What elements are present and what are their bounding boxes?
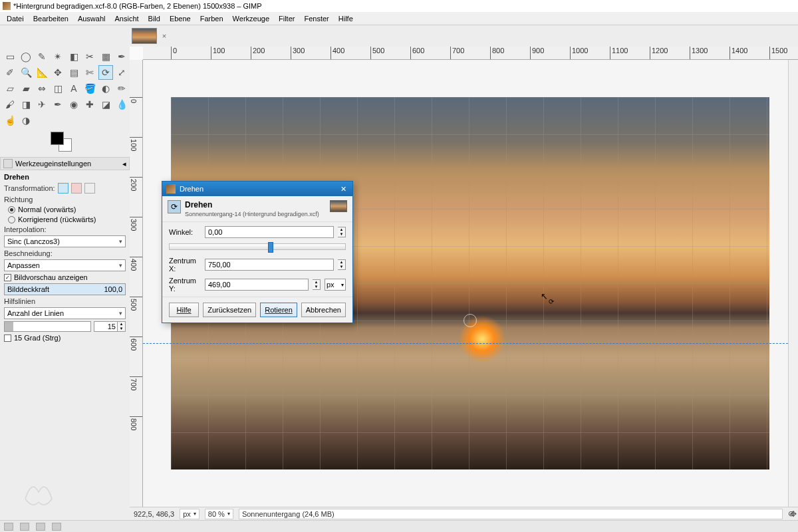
airbrush-tool-icon[interactable]: ✈ <box>35 97 49 112</box>
help-button[interactable]: Hilfe <box>169 303 199 317</box>
menu-bearbeiten[interactable]: Bearbeiten <box>29 13 72 24</box>
menu-ansicht[interactable]: Ansicht <box>110 13 142 24</box>
gradient-tool-icon[interactable]: ◐ <box>98 81 113 96</box>
menu-farben[interactable]: Farben <box>196 13 227 24</box>
align-tool-icon[interactable]: ▤ <box>66 65 81 80</box>
horizontal-ruler[interactable]: 0 100 200 300 400 500 600 700 800 900 10… <box>143 47 798 60</box>
center-y-input[interactable] <box>205 279 309 291</box>
transform-path-icon[interactable] <box>84 183 95 194</box>
menu-werkzeuge[interactable]: Werkzeuge <box>229 13 273 24</box>
document-thumb[interactable] <box>132 28 157 44</box>
perspective-clone-tool-icon[interactable]: ◪ <box>98 97 113 112</box>
vertical-ruler[interactable]: 0 100 200 300 400 500 600 700 800 <box>130 60 143 510</box>
menu-filter[interactable]: Filter <box>275 13 299 24</box>
menu-datei[interactable]: Datei <box>3 13 28 24</box>
vertical-scrollbar[interactable] <box>788 60 798 510</box>
center-y-label: Zentrum Y: <box>169 277 201 293</box>
bycolor-select-tool-icon[interactable]: ◧ <box>66 49 81 64</box>
measure-tool-icon[interactable]: 📐 <box>35 65 49 80</box>
center-y-spinner[interactable]: ▲▼ <box>313 279 321 290</box>
status-unit-select[interactable]: px <box>180 509 200 519</box>
move-tool-icon[interactable]: ✥ <box>51 65 65 80</box>
reset-button[interactable]: Zurücksetzen <box>203 303 256 317</box>
window-title: *Hintergrund begradigen.xcf-8.0 (RGB-Far… <box>13 2 262 10</box>
toolbox: ▭ ◯ ✎ ✴ ◧ ✂ ▦ ✒ ✐ 🔍 📐 ✥ ▤ ✄ ⟳ ⤢ ▱ ▰ ⇔ ◫ … <box>0 47 130 130</box>
fg-color[interactable] <box>51 132 64 145</box>
smudge-tool-icon[interactable]: ☝ <box>3 113 17 128</box>
direction-normal-radio[interactable]: Normal (vorwärts) <box>4 205 126 213</box>
interpolation-select[interactable]: Sinc (Lanczos3) <box>4 235 126 247</box>
perspective-tool-icon[interactable]: ▰ <box>19 81 33 96</box>
menu-auswahl[interactable]: Auswahl <box>74 13 110 24</box>
paths-tool-icon[interactable]: ✒ <box>114 49 129 64</box>
window-titlebar: *Hintergrund begradigen.xcf-8.0 (RGB-Far… <box>0 0 798 12</box>
scale-tool-icon[interactable]: ⤢ <box>114 65 129 80</box>
brush-tool-icon[interactable]: 🖌 <box>3 97 17 112</box>
ellipse-select-tool-icon[interactable]: ◯ <box>19 49 33 64</box>
rect-select-tool-icon[interactable]: ▭ <box>3 49 17 64</box>
menu-fenster[interactable]: Fenster <box>300 13 332 24</box>
dock-menu-icon[interactable]: ◂ <box>122 160 126 168</box>
fg-select-tool-icon[interactable]: ▦ <box>98 49 113 64</box>
taskbar-item[interactable] <box>52 523 61 531</box>
dialog-titlebar[interactable]: Drehen ✕ <box>162 182 352 196</box>
crop-tool-icon[interactable]: ✄ <box>82 65 97 80</box>
clone-tool-icon[interactable]: ◉ <box>66 97 81 112</box>
shear-tool-icon[interactable]: ▱ <box>3 81 17 96</box>
taskbar-item[interactable] <box>4 523 13 531</box>
clipping-select[interactable]: Anpassen <box>4 259 126 271</box>
center-x-input[interactable] <box>205 259 334 271</box>
status-zoom-select[interactable]: 80 % <box>205 509 233 519</box>
lasso-tool-icon[interactable]: ✎ <box>35 49 49 64</box>
guide-density-slider[interactable] <box>4 321 91 332</box>
rotate-header-icon: ⟳ <box>168 200 181 213</box>
menu-ebene[interactable]: Ebene <box>166 13 195 24</box>
angle-slider[interactable] <box>169 243 346 250</box>
zoom-tool-icon[interactable]: 🔍 <box>19 65 33 80</box>
center-x-label: Zentrum X: <box>169 257 201 273</box>
direction-corrective-radio[interactable]: Korrigierend (rückwärts) <box>4 215 126 223</box>
blur-tool-icon[interactable]: 💧 <box>114 97 129 112</box>
tool-options-header[interactable]: Werkzeugeinstellungen ◂ <box>0 157 130 170</box>
guide-lines-field[interactable]: ▲▼ <box>94 321 126 332</box>
menu-hilfe[interactable]: Hilfe <box>334 13 357 24</box>
opacity-slider[interactable]: Bilddeckkraft 100,0 <box>4 283 126 295</box>
eyedropper-tool-icon[interactable]: ✐ <box>3 65 17 80</box>
angle-input[interactable] <box>205 226 334 238</box>
flip-tool-icon[interactable]: ⇔ <box>35 81 49 96</box>
pencil-tool-icon[interactable]: ✏ <box>114 81 129 96</box>
eraser-tool-icon[interactable]: ◨ <box>19 97 33 112</box>
dialog-close-icon[interactable]: ✕ <box>338 184 348 194</box>
scissors-tool-icon[interactable]: ✂ <box>82 49 97 64</box>
nav-corner-icon[interactable]: ✥ <box>790 509 797 519</box>
dodge-tool-icon[interactable]: ◑ <box>19 113 33 128</box>
angle-spinner[interactable]: ▲▼ <box>338 227 346 237</box>
horizontal-guide[interactable] <box>143 343 788 344</box>
cancel-button[interactable]: Abbrechen <box>301 303 346 317</box>
unit-select[interactable]: px <box>325 279 346 291</box>
color-swatches[interactable] <box>0 130 130 157</box>
cage-tool-icon[interactable]: ◫ <box>51 81 65 96</box>
transform-selection-icon[interactable] <box>71 183 82 194</box>
constrain-15-checkbox[interactable]: 15 Grad (Strg) <box>4 334 126 342</box>
rotation-center-icon[interactable] <box>464 314 477 327</box>
dialog-title: Drehen <box>180 185 203 193</box>
menu-bild[interactable]: Bild <box>144 13 164 24</box>
dock-tab-icon[interactable] <box>3 159 13 168</box>
ink-tool-icon[interactable]: ✒ <box>51 97 65 112</box>
menubar[interactable]: Datei Bearbeiten Auswahl Ansicht Bild Eb… <box>0 12 798 25</box>
center-x-spinner[interactable]: ▲▼ <box>338 259 346 270</box>
taskbar-item[interactable] <box>20 523 29 531</box>
guides-select[interactable]: Anzahl der Linien <box>4 307 126 319</box>
close-document-icon[interactable]: × <box>160 31 169 41</box>
rotate-tool-icon[interactable]: ⟳ <box>98 65 113 80</box>
preview-checkbox[interactable]: ✓Bildvorschau anzeigen <box>4 273 126 281</box>
taskbar-item[interactable] <box>36 523 45 531</box>
transform-layer-icon[interactable] <box>58 183 68 194</box>
bucket-tool-icon[interactable]: 🪣 <box>82 81 97 96</box>
rotate-button[interactable]: Rotieren <box>260 303 297 317</box>
text-tool-icon[interactable]: A <box>66 81 81 96</box>
wand-tool-icon[interactable]: ✴ <box>51 49 65 64</box>
heal-tool-icon[interactable]: ✚ <box>82 97 97 112</box>
rotate-dialog: Drehen ✕ ⟳ Drehen Sonnenuntergang-14 (Hi… <box>162 181 353 323</box>
